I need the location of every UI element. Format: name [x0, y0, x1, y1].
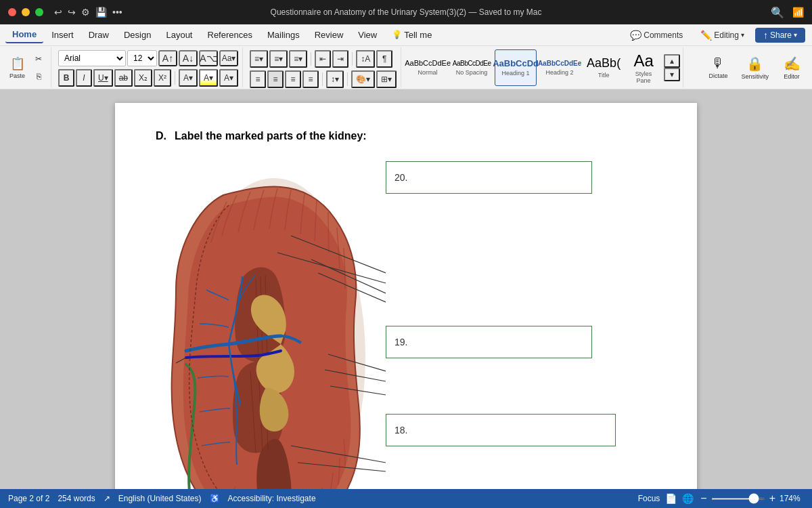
- menu-layout[interactable]: Layout: [159, 27, 199, 43]
- more-icon[interactable]: •••: [112, 7, 122, 18]
- font-name-select: Arial Times New Roman Calibri 12 10 14 1…: [58, 50, 238, 66]
- subscript-button[interactable]: X₂: [134, 69, 152, 87]
- strikethrough-button[interactable]: ab: [114, 69, 133, 87]
- multilevel-button[interactable]: ≡▾: [289, 50, 307, 68]
- menu-home[interactable]: Home: [5, 26, 43, 43]
- aa-button[interactable]: Aa▾: [219, 50, 238, 66]
- close-button[interactable]: [8, 8, 16, 16]
- editor-icon: ✍: [784, 56, 800, 72]
- page-view-button[interactable]: 📄: [665, 493, 677, 504]
- highlight-button[interactable]: A▾: [199, 69, 218, 87]
- menu-references[interactable]: References: [201, 27, 259, 43]
- style-no-spacing[interactable]: AaBbCcDdEe No Spacing: [451, 49, 493, 86]
- paste-button[interactable]: 📋 Paste: [7, 50, 28, 85]
- align-left-button[interactable]: ≡: [250, 70, 266, 88]
- superscript-button[interactable]: X²: [154, 69, 171, 87]
- copy-button[interactable]: ⎘: [29, 68, 48, 85]
- justify-button[interactable]: ≡: [302, 70, 319, 88]
- menu-design[interactable]: Design: [117, 27, 158, 43]
- bullets-button[interactable]: ≡▾: [250, 50, 268, 68]
- autosave-icon[interactable]: ⚙: [81, 7, 90, 18]
- font-color-button[interactable]: A▾: [179, 69, 198, 87]
- paragraph-section: ≡▾ ≡▾ ≡▾ ⇤ ⇥ ↕A ¶ ≡ ≡ ≡ ≡ ↕▾ 🎨▾ ⊞▾: [246, 47, 401, 87]
- save-icon[interactable]: 💾: [95, 7, 107, 18]
- language[interactable]: English (United States): [118, 494, 202, 503]
- word-count[interactable]: 254 words: [58, 494, 95, 503]
- style-heading1[interactable]: AaBbCcDd Heading 1: [495, 49, 537, 86]
- undo-icon[interactable]: ↩: [54, 7, 62, 18]
- menu-insert[interactable]: Insert: [45, 27, 81, 43]
- decrease-indent-button[interactable]: ⇤: [315, 50, 331, 68]
- search-icon[interactable]: 🔍: [771, 6, 784, 19]
- style-normal[interactable]: AaBbCcDdEe Normal: [407, 49, 449, 86]
- label-box-19[interactable]: 19.: [386, 326, 592, 358]
- styles-section: AaBbCcDdEe Normal AaBbCcDdEe No Spacing …: [404, 47, 683, 87]
- decrease-font-button[interactable]: A↓: [179, 50, 198, 66]
- cut-button[interactable]: ✂: [29, 51, 48, 67]
- kidney-section: 20. 19. 18.: [156, 154, 656, 489]
- menu-draw[interactable]: Draw: [82, 27, 116, 43]
- share-chevron-icon: ▾: [794, 31, 797, 39]
- minimize-button[interactable]: [22, 8, 30, 16]
- menu-tell-me[interactable]: 💡 Tell me: [385, 27, 438, 43]
- numbering-button[interactable]: ≡▾: [269, 50, 288, 68]
- underline-button[interactable]: U▾: [93, 69, 113, 87]
- increase-indent-button[interactable]: ⇥: [332, 50, 348, 68]
- paste-icon: 📋: [10, 56, 25, 71]
- content-area: D. Label the marked parts of the kidney:: [0, 89, 812, 489]
- label-box-20[interactable]: 20.: [386, 161, 592, 194]
- focus-button[interactable]: Focus: [638, 494, 660, 503]
- align-right-button[interactable]: ≡: [285, 70, 301, 88]
- font-family-dropdown[interactable]: Arial Times New Roman Calibri: [58, 50, 126, 66]
- clear-format-button[interactable]: A⌥: [199, 50, 218, 66]
- word-page: D. Label the marked parts of the kidney:: [115, 103, 697, 489]
- status-bar: Page 2 of 2 254 words ↗ English (United …: [0, 489, 812, 508]
- edit-icon: ✏️: [700, 30, 712, 41]
- font-color2-button[interactable]: A▾: [219, 69, 238, 87]
- line-spacing-button[interactable]: ↕▾: [326, 70, 344, 88]
- comments-button[interactable]: 💬 Comments: [623, 28, 690, 43]
- web-view-button[interactable]: 🌐: [682, 493, 694, 504]
- dictate-button[interactable]: 🎙 Dictate: [702, 50, 734, 85]
- editor-button[interactable]: ✍ Editor: [775, 50, 808, 85]
- italic-button[interactable]: I: [76, 69, 92, 87]
- align-center-button[interactable]: ≡: [267, 70, 284, 88]
- sort-button[interactable]: ↕A: [356, 50, 375, 68]
- borders-button[interactable]: ⊞▾: [376, 70, 397, 88]
- font-size-dropdown[interactable]: 12 10 14 16: [127, 50, 157, 66]
- track-changes-icon[interactable]: ↗: [104, 494, 110, 503]
- label-box-18[interactable]: 18.: [386, 414, 616, 446]
- title-bar: ↩ ↪ ⚙ 💾 ••• Questionnaire on Anatomy of …: [0, 0, 812, 24]
- shading-button[interactable]: 🎨▾: [351, 70, 375, 88]
- share-button[interactable]: ↑ Share ▾: [755, 28, 805, 43]
- section-title: Label the marked parts of the kidney:: [175, 130, 367, 142]
- zoom-level: 174%: [780, 494, 804, 503]
- zoom-in-button[interactable]: +: [768, 492, 777, 505]
- page-canvas: D. Label the marked parts of the kidney:: [0, 89, 812, 489]
- share-icon: ↑: [763, 30, 768, 41]
- main-toolbar: 📋 Paste ✂ ⎘ Arial Times New Roman Calibr…: [0, 46, 812, 89]
- menu-mailings[interactable]: Mailings: [261, 27, 307, 43]
- styles-scroll-up[interactable]: ▴: [664, 54, 680, 68]
- increase-font-button[interactable]: A↑: [158, 50, 177, 66]
- maximize-button[interactable]: [35, 8, 43, 16]
- style-title[interactable]: AaBb( Title: [583, 49, 625, 86]
- sensitivity-icon: 🔒: [746, 56, 763, 72]
- chevron-down-icon: ▾: [741, 31, 744, 39]
- bold-button[interactable]: B: [58, 69, 74, 87]
- redo-icon[interactable]: ↪: [68, 7, 76, 18]
- zoom-slider[interactable]: [711, 498, 765, 500]
- editing-button[interactable]: ✏️ Editing ▾: [694, 28, 751, 43]
- zoom-out-button[interactable]: −: [699, 492, 708, 505]
- page-info[interactable]: Page 2 of 2: [8, 494, 49, 503]
- sensitivity-button[interactable]: 🔒 Sensitivity: [737, 50, 773, 85]
- show-formatting-button[interactable]: ¶: [376, 50, 392, 68]
- menu-view[interactable]: View: [351, 27, 384, 43]
- styles-scroll-down[interactable]: ▾: [664, 68, 680, 81]
- accessibility-icon[interactable]: ♿: [210, 494, 220, 503]
- document-title: Questionnaire on Anatomy of the Urinary …: [271, 7, 542, 17]
- menu-review[interactable]: Review: [308, 27, 351, 43]
- styles-pane-button[interactable]: Aa Styles Pane: [627, 49, 660, 86]
- style-heading2[interactable]: AaBbCcDdEe Heading 2: [539, 49, 581, 86]
- accessibility-status[interactable]: Accessibility: Investigate: [228, 494, 316, 503]
